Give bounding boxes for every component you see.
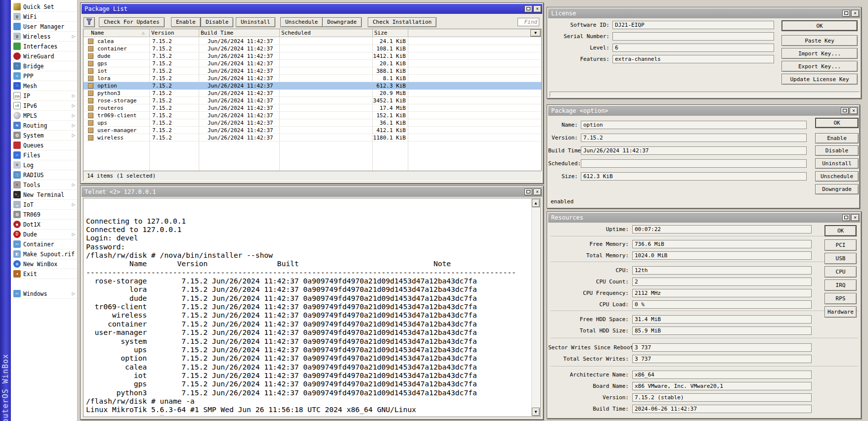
sidebar-item-tools[interactable]: ✕Tools▷ (11, 180, 77, 190)
sidebar-item-new-winbox[interactable]: ◍New WinBox (11, 259, 77, 269)
sidebar-item-exit[interactable]: ◂Exit (11, 269, 77, 279)
close-icon[interactable]: × (850, 107, 858, 114)
import-key-button-license[interactable]: Import Key... (781, 48, 858, 59)
table-row[interactable]: rose-storage7.15.2Jun/26/2024 11:42:3734… (84, 97, 541, 104)
field-scheduled-package[interactable] (581, 159, 807, 168)
field-version-package[interactable]: 7.15.2 (581, 134, 807, 142)
field-software-id-license[interactable]: DJ21-EIQP (612, 21, 774, 29)
sidebar-item-new-terminal[interactable]: >_New Terminal (11, 190, 77, 200)
close-icon[interactable]: × (851, 10, 859, 17)
resources-titlebar[interactable]: Resources × (548, 213, 860, 223)
table-row[interactable]: python37.15.2Jun/26/2024 11:42:3720.9 Mi… (84, 90, 541, 97)
sidebar-item-ip[interactable]: 255IP▷ (11, 91, 77, 101)
downgrade-button-package[interactable]: Downgrade (815, 184, 859, 194)
table-row[interactable]: gps7.15.2Jun/26/2024 11:42:3720.1 KiB (84, 60, 541, 67)
terminal-area[interactable]: Connecting to 127.0.0.1Connected to 127.… (83, 198, 541, 417)
field-sector-writes-since-reboot-resources[interactable]: 3 737 (632, 343, 812, 352)
field-total-sector-writes-resources[interactable]: 3 737 (632, 355, 812, 363)
maximize-icon[interactable] (842, 10, 850, 17)
sidebar-item-dot1x[interactable]: ◉Dot1X (11, 220, 77, 230)
table-row[interactable]: iot7.15.2Jun/26/2024 11:42:37388.1 KiB (84, 67, 541, 75)
maximize-icon[interactable] (842, 214, 850, 221)
scroll-down-icon[interactable]: ▼ (532, 408, 540, 416)
sidebar-item-user-manager[interactable]: User Manager (11, 22, 77, 32)
table-row[interactable]: tr069-client7.15.2Jun/26/2024 11:42:3715… (84, 112, 541, 119)
telnet-titlebar[interactable]: Telnet <2> 127.0.0.1 × (82, 187, 542, 197)
update-license-key-button-license[interactable]: Update License Key (781, 74, 858, 85)
toolbar-button-check-installation[interactable]: Check Installation (368, 17, 436, 27)
paste-key-button-license[interactable]: Paste Key (781, 35, 858, 46)
column-header-name[interactable]: Name△ (91, 29, 104, 37)
column-header-size[interactable]: Size (374, 29, 388, 37)
field-build-time-package[interactable]: Jun/26/2024 11:42:37 (581, 146, 807, 155)
close-icon[interactable]: × (533, 5, 541, 12)
table-row[interactable]: calea7.15.2Jun/26/2024 11:42:3724.1 KiB (84, 38, 541, 45)
export-key-button-license[interactable]: Export Key... (781, 61, 858, 72)
toolbar-button-unschedule[interactable]: Unschedule (280, 17, 323, 27)
terminal-scrollbar[interactable]: ▲ ▼ (531, 199, 540, 416)
sidebar-item-radius[interactable]: ⚿RADIUS (11, 170, 77, 180)
maximize-icon[interactable] (841, 107, 849, 114)
table-row[interactable]: option7.15.2Jun/26/2024 11:42:37612.3 Ki… (84, 82, 541, 90)
toolbar-button-enable[interactable]: Enable (171, 17, 201, 27)
field-cpu-resources[interactable]: 12th (632, 266, 812, 275)
table-row[interactable]: user-manager7.15.2Jun/26/2024 11:42:3741… (84, 127, 541, 134)
sidebar-item-make-supout-rif[interactable]: ◧Make Supout.rif (11, 249, 77, 259)
column-header-build-time[interactable]: Build Time (201, 29, 233, 37)
sidebar-item-container[interactable]: ▭Container (11, 239, 77, 249)
sidebar-item-mpls[interactable]: MPLS▷ (11, 111, 77, 121)
field-total-memory-resources[interactable]: 1024.0 MiB (632, 251, 812, 260)
close-icon[interactable]: × (533, 188, 541, 195)
pci-button-resources[interactable]: PCI (825, 239, 857, 251)
table-row[interactable]: lora7.15.2Jun/26/2024 11:42:378.1 KiB (84, 75, 541, 82)
field-cpu-count-resources[interactable]: 2 (632, 278, 812, 286)
sidebar-item-wireless[interactable]: ψWireless▷ (11, 32, 77, 42)
irq-button-resources[interactable]: IRQ (825, 280, 857, 291)
uninstall-button-package[interactable]: Uninstall (815, 158, 859, 169)
toolbar-button-disable[interactable]: Disable (201, 17, 233, 27)
field-level-license[interactable]: 6 (612, 44, 774, 52)
sidebar-item-dude[interactable]: DDude▷ (11, 230, 77, 239)
sidebar-item-wireguard[interactable]: WireGuard (11, 51, 77, 61)
column-dropdown-button[interactable]: ▼ (530, 29, 541, 37)
package-option-titlebar[interactable]: Package <option> × (548, 106, 859, 116)
sidebar-item-routing[interactable]: ⇆Routing▷ (11, 121, 77, 131)
rps-button-resources[interactable]: RPS (825, 293, 857, 304)
package-list-titlebar[interactable]: Package List × (82, 4, 542, 14)
sidebar-item-quick-set[interactable]: Quick Set (11, 2, 77, 12)
field-cpu-load-resources[interactable]: 0 % (632, 300, 812, 309)
unschedule-button-package[interactable]: Unschedule (815, 171, 859, 182)
sidebar-item-tr069[interactable]: ⚙TR069 (11, 210, 77, 220)
sidebar-item-bridge[interactable]: ⁘Bridge (11, 61, 77, 71)
table-row[interactable]: wireless7.15.2Jun/26/2024 11:42:371180.1… (84, 134, 541, 141)
column-header-scheduled[interactable]: Scheduled (281, 29, 311, 37)
sidebar-item-mesh[interactable]: ⁙Mesh (11, 81, 77, 91)
field-free-hdd-space-resources[interactable]: 31.4 MiB (632, 315, 812, 324)
cpu-button-resources[interactable]: CPU (825, 266, 857, 278)
sidebar-item-windows[interactable]: ▭Windows▷ (11, 289, 77, 299)
table-row[interactable]: dude7.15.2Jun/26/2024 11:42:371412.1 KiB (84, 52, 541, 60)
table-row[interactable]: routeros7.15.2Jun/26/2024 11:42:3717.4 M… (84, 104, 541, 112)
field-free-memory-resources[interactable]: 736.6 MiB (632, 240, 812, 248)
toolbar-button-check-for-updates[interactable]: Check For Updates (99, 17, 165, 27)
field-board-name-resources[interactable]: x86 VMware, Inc. VMware20,1 (632, 382, 812, 390)
sidebar-item-system[interactable]: ⚙System▷ (11, 131, 77, 140)
field-cpu-frequency-resources[interactable]: 2112 MHz (632, 289, 812, 297)
sidebar-item-ipv6[interactable]: v6IPv6▷ (11, 101, 77, 111)
table-row[interactable]: ups7.15.2Jun/26/2024 11:42:3736.1 KiB (84, 119, 541, 127)
enable-button-package[interactable]: Enable (815, 133, 859, 143)
column-header-version[interactable]: Version (151, 29, 174, 37)
field-total-hdd-size-resources[interactable]: 85.9 MiB (632, 327, 812, 335)
field-name-package[interactable]: option (581, 121, 807, 129)
field-version-resources[interactable]: 7.15.2 (stable) (632, 393, 812, 402)
sidebar-item-iot[interactable]: ☁IoT▷ (11, 200, 77, 210)
sidebar-item-wifi[interactable]: ψWiFi (11, 12, 77, 22)
sidebar-item-ppp[interactable]: =PPP (11, 71, 77, 81)
sidebar-item-interfaces[interactable]: Interfaces (11, 42, 77, 51)
field-features-license[interactable]: extra-channels (612, 55, 774, 63)
field-serial-number-license[interactable] (612, 32, 774, 41)
license-titlebar[interactable]: License × (548, 8, 860, 18)
maximize-icon[interactable] (524, 5, 532, 12)
field-uptime-resources[interactable]: 00:07:22 (632, 225, 812, 234)
ok-button-package[interactable]: OK (815, 118, 859, 128)
